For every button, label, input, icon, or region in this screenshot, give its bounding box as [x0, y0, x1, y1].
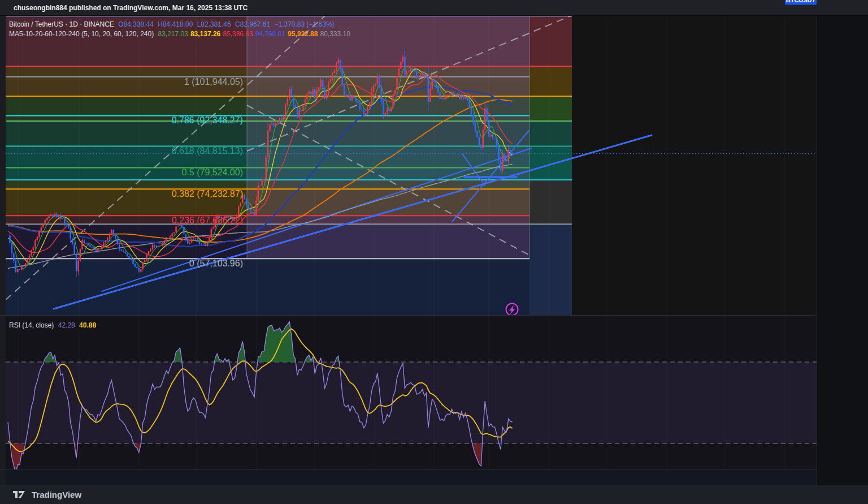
- rsi-value: 42.28: [58, 321, 75, 329]
- tradingview-published-chart: chuseongbin884 published on TradingView.…: [0, 0, 868, 504]
- main-pane-right-bg: [572, 16, 817, 316]
- zone-right: [530, 16, 572, 66]
- footer-bar: TradingView: [0, 485, 868, 504]
- price-axis[interactable]: [817, 16, 868, 485]
- ma-legend-label: MA5-10-20-60-120-240 (5, 10, 20, 60, 120…: [9, 30, 154, 38]
- ma-legend-row[interactable]: MA5-10-20-60-120-240 (5, 10, 20, 60, 120…: [9, 30, 355, 38]
- ohlc-close: C82,967.61: [235, 20, 270, 28]
- rsi-legend-label: RSI (14, close): [9, 321, 54, 329]
- zone-right: [530, 121, 572, 146]
- fib-label-0.236: 0.236 (67,686.22): [172, 216, 243, 226]
- fib-label-0.786: 0.786 (92,348.27): [172, 115, 243, 126]
- lightning-badge[interactable]: [506, 304, 518, 316]
- tradingview-logo-icon[interactable]: [12, 489, 27, 499]
- fib-label-0.382: 0.382 (74,232.87): [172, 189, 243, 199]
- ma-legend-value: 85,386.83: [223, 30, 253, 38]
- rsi-ma-value: 40.88: [79, 321, 96, 329]
- left-margin: [0, 16, 6, 485]
- ohlc-change: −1,370.83 (−1.63%): [274, 20, 334, 28]
- zone-right: [530, 224, 572, 316]
- zone-right: [530, 146, 572, 180]
- symbol-title: Bitcoin / TetherUS · 1D · BINANCE: [9, 20, 114, 28]
- ohlc-open: O84,338.44: [118, 20, 154, 28]
- symbol-price-tag: BTCUSDT: [785, 0, 817, 5]
- symbol-legend-row[interactable]: Bitcoin / TetherUS · 1D · BINANCE O84,33…: [9, 20, 337, 28]
- rsi-band: [6, 362, 817, 443]
- fib-label-0.618: 0.618 (84,815.13): [172, 146, 243, 156]
- ma-legend-value: 95,922.88: [288, 30, 318, 38]
- fib-label-0: 0 (57,103.96): [189, 259, 243, 269]
- tradingview-logo-text[interactable]: TradingView: [32, 490, 81, 499]
- fib-label-0.5: 0.5 (79,524.00): [181, 167, 243, 178]
- ohlc-high: H84,418.00: [158, 20, 193, 28]
- ma-legend-values: 83,217.0383,137.2685,386.8394,768.0195,9…: [158, 30, 353, 38]
- zone-right: [530, 66, 572, 96]
- ohlc-low: L82,381.46: [197, 20, 231, 28]
- rsi-legend-row[interactable]: RSI (14, close) 42.28 40.88: [9, 321, 98, 329]
- zone-right: [530, 96, 572, 121]
- ma-legend-value: 83,137.26: [190, 30, 220, 38]
- zone-right: [530, 180, 572, 224]
- ma-legend-value: 94,768.01: [255, 30, 285, 38]
- ma-legend-value: 80,333.10: [320, 30, 350, 38]
- fib-label-1: 1 (101,944.05): [184, 77, 243, 87]
- chart-canvas[interactable]: [0, 0, 868, 504]
- ma-legend-value: 83,217.03: [158, 30, 188, 38]
